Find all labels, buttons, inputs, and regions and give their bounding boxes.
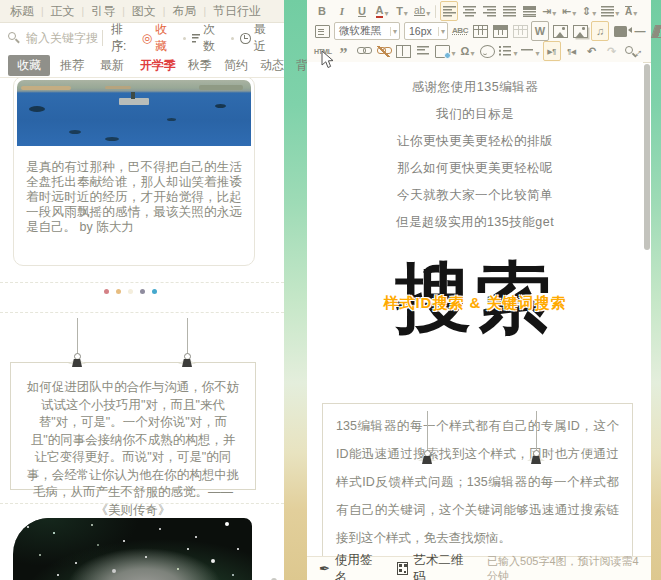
list-button[interactable] xyxy=(498,41,518,61)
island-strip xyxy=(21,86,71,90)
galaxy-image xyxy=(13,518,252,580)
library-tabs: 标题正文引导图文布局节日行业 xyxy=(0,0,284,23)
editor-scrollbar[interactable] xyxy=(644,64,650,546)
rtl-button[interactable]: ¶◀ xyxy=(563,41,581,61)
library-tab[interactable]: 标题 xyxy=(10,3,51,20)
boat xyxy=(119,98,149,105)
library-tab[interactable]: 正文 xyxy=(51,3,92,20)
sidebar-scrollbar[interactable] xyxy=(271,500,277,580)
template-card-sea-quote[interactable]: 是真的有过那种，巴不得把自己的生活全盘托出奉献给谁，那人却讪笑着推诿着时远时近的… xyxy=(13,78,255,266)
font-color-button[interactable]: A xyxy=(373,1,391,21)
summary-button[interactable] xyxy=(414,41,432,61)
art-qrcode-button[interactable]: 艺术二维码 xyxy=(397,552,467,580)
category-favorite[interactable]: 收藏 xyxy=(8,55,50,76)
table-button[interactable] xyxy=(471,21,489,41)
font-family-select[interactable]: 微软雅黑 ▾ xyxy=(334,22,400,40)
island-strip xyxy=(199,85,243,90)
music-button[interactable]: ♫ xyxy=(591,21,609,41)
table-merge-button[interactable] xyxy=(511,21,529,41)
sort-by-recent[interactable]: 最近 xyxy=(240,21,276,55)
use-signature-button[interactable]: ✒ 使用签名 xyxy=(319,552,377,580)
columns-button[interactable] xyxy=(394,41,412,61)
highlight-button[interactable]: ab xyxy=(413,1,431,21)
word-import-button[interactable]: W xyxy=(531,21,549,41)
library-tab[interactable]: 图文 xyxy=(132,3,173,20)
outdent-button[interactable]: ⇤ xyxy=(560,1,578,21)
align-right-button[interactable] xyxy=(480,1,498,21)
category-back-to-school[interactable]: 开学季 xyxy=(134,57,182,74)
category-dynamic[interactable]: 动态 xyxy=(254,57,290,74)
ltr-button[interactable]: ▶¶ xyxy=(543,41,561,61)
toolbar-separator xyxy=(435,5,436,18)
category-row: 收藏推荐最新开学季秋季简约动态背景更多 xyxy=(0,53,284,78)
font-size-select[interactable]: 16px ▾ xyxy=(404,22,448,40)
bold-button[interactable]: B xyxy=(313,1,331,21)
table-edit-button[interactable] xyxy=(491,21,509,41)
template-text: 如何促进团队中的合作与沟通，你不妨试试这个小技巧用"对，而且"来代替"对，可是"… xyxy=(25,379,241,519)
line-height-button[interactable]: ⇕ xyxy=(580,1,598,21)
search-icon xyxy=(8,32,20,44)
rock xyxy=(29,106,45,112)
underline-button[interactable]: U xyxy=(353,1,371,21)
sort-by-favorite[interactable]: ◎ 收藏 xyxy=(142,21,177,55)
sort-label: 排序: xyxy=(111,21,137,55)
qrcode-label: 艺术二维码 xyxy=(413,552,467,580)
mouse-cursor xyxy=(321,50,335,70)
description-box: 135编辑器的每一个样式都有自己的专属ID，这个ID能迅速通过搜索找到这个样式，… xyxy=(322,403,633,556)
rock xyxy=(215,104,226,108)
sort-by-count[interactable]: 次数 xyxy=(192,21,226,55)
eraser-button[interactable] xyxy=(651,21,661,41)
dashed-separator xyxy=(0,312,284,313)
dot-blue xyxy=(152,289,157,294)
video-button[interactable] xyxy=(611,21,629,41)
link-button[interactable] xyxy=(354,41,372,61)
letter-spacing-button[interactable]: A xyxy=(622,1,640,21)
align-justify-button[interactable] xyxy=(500,1,518,21)
unlink-button[interactable] xyxy=(374,41,392,61)
category-autumn[interactable]: 秋季 xyxy=(182,57,218,74)
template-card-galaxy[interactable] xyxy=(13,518,252,580)
editor-content[interactable]: 感谢您使用135编辑器我们的目标是让你更快更美更轻松的排版那么如何更快更美更轻松… xyxy=(307,62,643,556)
island-strip xyxy=(105,86,131,89)
template-button[interactable] xyxy=(434,41,456,61)
divider-style-button[interactable] xyxy=(520,41,540,61)
binder-clip xyxy=(67,318,87,367)
spellcheck-button[interactable]: ABC xyxy=(451,21,469,41)
editor-toolbar: BIUATab⇥⇤⇕A 微软雅黑 ▾ 16px ▾ ABCW♫— HTML”Ω▶… xyxy=(307,0,651,63)
library-tab[interactable]: 节日行业 xyxy=(213,3,261,20)
image-button[interactable] xyxy=(551,21,569,41)
template-dots-divider[interactable] xyxy=(0,289,260,294)
italic-button[interactable]: I xyxy=(333,1,351,21)
template-text: 是真的有过那种，巴不得把自己的生活全盘托出奉献给谁，那人却讪笑着推诿着时远时近的… xyxy=(26,160,242,235)
align-center-button[interactable] xyxy=(460,1,478,21)
blockquote-button[interactable]: ” xyxy=(334,41,352,61)
scrollbar-thumb[interactable] xyxy=(644,64,650,250)
new-doc-button[interactable] xyxy=(313,21,331,41)
toolbar-row-3: HTML”Ω▶¶¶◀↶↷ xyxy=(307,41,651,61)
horizontal-line-button[interactable]: — xyxy=(631,21,649,41)
paragraph-spacing-button[interactable] xyxy=(600,1,620,21)
special-char-button[interactable]: Ω xyxy=(458,41,476,61)
editor-paragraph: 那么如何更快更美更轻松呢 xyxy=(307,155,643,182)
align-left-button[interactable] xyxy=(440,1,458,21)
fullscreen-button[interactable]: ↔ xyxy=(628,42,646,62)
emoji-button[interactable] xyxy=(478,41,496,61)
undo-button[interactable]: ↶ xyxy=(583,41,601,61)
image-gallery-button[interactable] xyxy=(571,21,589,41)
dot-purple xyxy=(140,289,145,294)
template-list: 是真的有过那种，巴不得把自己的生活全盘托出奉献给谁，那人却讪笑着推诿着时远时近的… xyxy=(0,78,284,580)
text-style-button[interactable]: T xyxy=(393,1,411,21)
search-art-banner: 样式ID搜索 & 关键词搜索 xyxy=(307,294,643,313)
indent-button[interactable]: ⇥ xyxy=(540,1,558,21)
chevron-down-icon: ▾ xyxy=(390,27,397,36)
category-recommend[interactable]: 推荐 xyxy=(54,57,90,74)
search-input[interactable] xyxy=(24,30,100,46)
library-tab[interactable]: 引导 xyxy=(91,3,132,20)
editor-paragraph: 但是超级实用的135技能get xyxy=(307,209,643,236)
editor-paragraph: 感谢您使用135编辑器 xyxy=(307,74,643,101)
category-newest[interactable]: 最新 xyxy=(94,57,130,74)
redo-button[interactable]: ↷ xyxy=(603,41,621,61)
align-block-button[interactable] xyxy=(520,1,538,21)
category-simple[interactable]: 简约 xyxy=(218,57,254,74)
library-tab[interactable]: 布局 xyxy=(172,3,213,20)
